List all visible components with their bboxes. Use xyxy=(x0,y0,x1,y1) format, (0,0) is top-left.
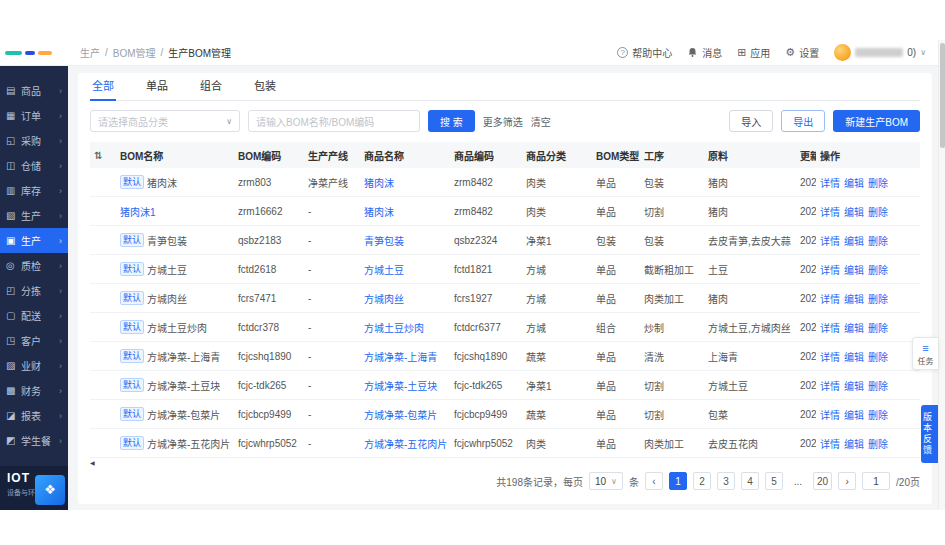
edit-link[interactable]: 编辑 xyxy=(844,320,864,335)
export-button[interactable]: 导出 xyxy=(781,110,825,132)
scroll-left-icon[interactable]: ◀ xyxy=(90,459,95,466)
detail-link[interactable]: 详情 xyxy=(820,262,840,277)
page-button-5[interactable]: 5 xyxy=(765,472,783,490)
sidebar-item-qc[interactable]: ◎质检› xyxy=(0,253,68,278)
product-name-link[interactable]: 方城土豆炒肉 xyxy=(360,320,450,335)
delete-link[interactable]: 删除 xyxy=(868,349,888,364)
detail-link[interactable]: 详情 xyxy=(820,378,840,393)
bom-name: 方城土豆炒肉 xyxy=(147,320,207,335)
detail-link[interactable]: 详情 xyxy=(820,349,840,364)
detail-link[interactable]: 详情 xyxy=(820,233,840,248)
user-menu[interactable]: 0) ∨ xyxy=(834,44,926,61)
tab-single[interactable]: 单品 xyxy=(144,77,170,100)
task-float-button[interactable]: ≡ 任务 xyxy=(912,337,938,370)
sidebar-item-warehouse[interactable]: ◫仓储› xyxy=(0,153,68,178)
help-center-link[interactable]: ?帮助中心 xyxy=(617,45,672,60)
category-select[interactable]: 请选择商品分类∨ xyxy=(90,110,240,132)
settings-link[interactable]: ⚙设置 xyxy=(785,45,819,60)
bom-name[interactable]: 猪肉沫1 xyxy=(120,204,156,219)
import-button[interactable]: 导入 xyxy=(729,110,773,132)
sidebar-item-goods[interactable]: ▤商品› xyxy=(0,78,68,103)
sidebar-item-finance[interactable]: ▩财务› xyxy=(0,378,68,403)
feedback-float-button[interactable]: 版本反馈 xyxy=(921,405,938,463)
sidebar-item-production[interactable]: ▧生产› xyxy=(0,203,68,228)
product-name-link[interactable]: 青笋包装 xyxy=(360,233,450,248)
page-size-select[interactable]: 10∨ xyxy=(589,472,623,490)
detail-link[interactable]: 详情 xyxy=(820,320,840,335)
product-name-link[interactable]: 方城净菜-上海青 xyxy=(360,349,450,364)
search-button[interactable]: 搜 索 xyxy=(428,110,475,132)
detail-link[interactable]: 详情 xyxy=(820,204,840,219)
edit-link[interactable]: 编辑 xyxy=(844,378,864,393)
purchase-icon: ◱ xyxy=(6,135,17,146)
product-name-link[interactable]: 方城净菜-包菜片 xyxy=(360,407,450,422)
column-settings-icon[interactable]: ⇅ xyxy=(94,150,102,161)
product-name-link[interactable]: 猪肉沫 xyxy=(360,175,450,190)
breadcrumb-production[interactable]: 生产 xyxy=(80,45,100,60)
sidebar-item-production-active[interactable]: ▣生产› xyxy=(0,228,68,253)
page-button-20[interactable]: 20 xyxy=(813,472,832,490)
table-row: 默认方城肉丝 fcrs7471 - 方城肉丝 fcrs1927 方城 单品 肉类… xyxy=(90,284,920,313)
edit-link[interactable]: 编辑 xyxy=(844,204,864,219)
horizontal-scrollbar[interactable]: ◀ xyxy=(90,458,920,466)
delete-link[interactable]: 删除 xyxy=(868,262,888,277)
product-name-link[interactable]: 方城净菜-五花肉片 xyxy=(360,436,450,451)
detail-link[interactable]: 详情 xyxy=(820,436,840,451)
prev-page-button[interactable]: ‹ xyxy=(645,472,663,490)
create-bom-button[interactable]: 新建生产BOM xyxy=(833,110,920,132)
page-button-2[interactable]: 2 xyxy=(693,472,711,490)
edit-link[interactable]: 编辑 xyxy=(844,175,864,190)
page-ellipsis[interactable]: ... xyxy=(789,472,807,490)
tab-all[interactable]: 全部 xyxy=(90,77,116,100)
page-button-4[interactable]: 4 xyxy=(741,472,759,490)
more-filters-link[interactable]: 更多筛选 xyxy=(483,114,523,129)
edit-link[interactable]: 编辑 xyxy=(844,262,864,277)
sidebar-item-sorting[interactable]: ◰分拣› xyxy=(0,278,68,303)
edit-link[interactable]: 编辑 xyxy=(844,436,864,451)
tab-pack[interactable]: 包装 xyxy=(252,77,278,100)
sidebar-item-reports[interactable]: ◪报表› xyxy=(0,403,68,428)
messages-link[interactable]: 消息 xyxy=(687,45,722,60)
sidebar-item-student-meals[interactable]: ◩学生餐› xyxy=(0,428,68,453)
sidebar-item-business-finance[interactable]: ▨业财› xyxy=(0,353,68,378)
delete-link[interactable]: 删除 xyxy=(868,233,888,248)
page-button-3[interactable]: 3 xyxy=(717,472,735,490)
delete-link[interactable]: 删除 xyxy=(868,291,888,306)
apps-link[interactable]: ⊞应用 xyxy=(737,45,770,60)
edit-link[interactable]: 编辑 xyxy=(844,407,864,422)
product-name-link[interactable]: 方城肉丝 xyxy=(360,291,450,306)
sidebar-item-inventory[interactable]: ▥库存› xyxy=(0,178,68,203)
delete-link[interactable]: 删除 xyxy=(868,436,888,451)
page-jump-input[interactable]: 1 xyxy=(862,472,890,490)
next-page-button[interactable]: › xyxy=(838,472,856,490)
edit-link[interactable]: 编辑 xyxy=(844,291,864,306)
breadcrumb-separator: / xyxy=(161,47,164,58)
sidebar-item-delivery[interactable]: ▢配送› xyxy=(0,303,68,328)
edit-link[interactable]: 编辑 xyxy=(844,349,864,364)
sidebar-item-purchase[interactable]: ◱采购› xyxy=(0,128,68,153)
page-button-1[interactable]: 1 xyxy=(669,472,687,490)
breadcrumb-bom[interactable]: BOM管理 xyxy=(113,45,156,60)
scrollbar-thumb[interactable] xyxy=(940,43,945,148)
product-name-link[interactable]: 猪肉沫 xyxy=(360,204,450,219)
delete-link[interactable]: 删除 xyxy=(868,378,888,393)
chevron-right-icon: › xyxy=(59,386,62,396)
sidebar-item-orders[interactable]: ▦订单› xyxy=(0,103,68,128)
product-name-link[interactable]: 方城土豆 xyxy=(360,262,450,277)
clear-filters-link[interactable]: 清空 xyxy=(531,114,551,129)
delete-link[interactable]: 删除 xyxy=(868,204,888,219)
delete-link[interactable]: 删除 xyxy=(868,407,888,422)
product-name-link[interactable]: 方城净菜-土豆块 xyxy=(360,378,450,393)
detail-link[interactable]: 详情 xyxy=(820,291,840,306)
pagination: 共198条记录，每页 10∨ 条 ‹ 1 2 3 4 5 ... 20 › 1 … xyxy=(90,472,920,490)
sidebar-item-customers[interactable]: ◳客户› xyxy=(0,328,68,353)
edit-link[interactable]: 编辑 xyxy=(844,233,864,248)
tab-combo[interactable]: 组合 xyxy=(198,77,224,100)
vertical-scrollbar[interactable] xyxy=(938,40,945,510)
delete-link[interactable]: 删除 xyxy=(868,320,888,335)
keyword-input[interactable]: 请输入BOM名称/BOM编码 xyxy=(248,110,420,132)
iot-robot-icon[interactable]: ❖ xyxy=(35,475,65,505)
detail-link[interactable]: 详情 xyxy=(820,175,840,190)
detail-link[interactable]: 详情 xyxy=(820,407,840,422)
delete-link[interactable]: 删除 xyxy=(868,175,888,190)
